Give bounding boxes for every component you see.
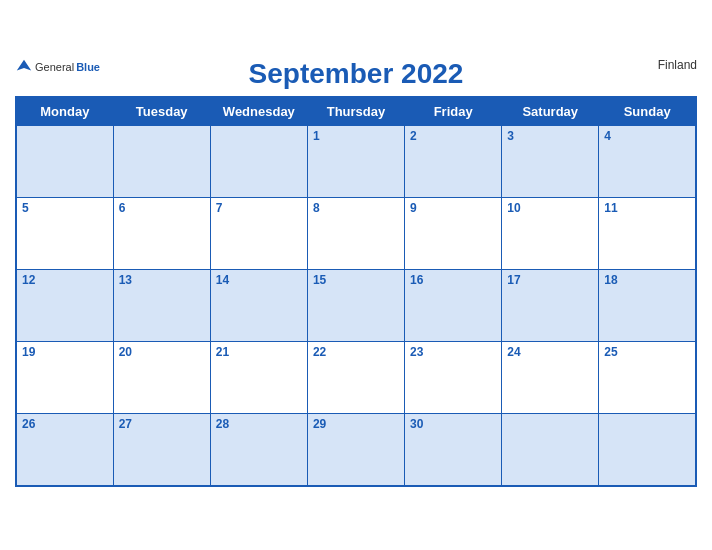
calendar-cell [16, 126, 113, 198]
calendar-cell [113, 126, 210, 198]
weekday-header-row: MondayTuesdayWednesdayThursdayFridaySatu… [16, 97, 696, 126]
weekday-header-thursday: Thursday [307, 97, 404, 126]
day-number: 10 [507, 201, 520, 215]
day-number: 28 [216, 417, 229, 431]
day-number: 2 [410, 129, 417, 143]
day-number: 3 [507, 129, 514, 143]
day-number: 17 [507, 273, 520, 287]
calendar-cell: 4 [599, 126, 696, 198]
week-row-3: 12131415161718 [16, 270, 696, 342]
calendar-cell: 15 [307, 270, 404, 342]
day-number: 8 [313, 201, 320, 215]
calendar-cell: 3 [502, 126, 599, 198]
week-row-2: 567891011 [16, 198, 696, 270]
calendar-cell: 13 [113, 270, 210, 342]
day-number: 23 [410, 345, 423, 359]
calendar-cell: 8 [307, 198, 404, 270]
calendar-cell: 24 [502, 342, 599, 414]
logo-blue-text: Blue [76, 61, 100, 73]
calendar-cell: 28 [210, 414, 307, 486]
calendar-cell: 22 [307, 342, 404, 414]
day-number: 27 [119, 417, 132, 431]
day-number: 26 [22, 417, 35, 431]
day-number: 21 [216, 345, 229, 359]
calendar-cell [210, 126, 307, 198]
week-row-4: 19202122232425 [16, 342, 696, 414]
calendar-cell: 2 [405, 126, 502, 198]
svg-marker-0 [17, 60, 31, 71]
calendar-cell: 30 [405, 414, 502, 486]
calendar-cell [502, 414, 599, 486]
day-number: 18 [604, 273, 617, 287]
calendar-cell: 25 [599, 342, 696, 414]
calendar-cell: 11 [599, 198, 696, 270]
calendar-cell: 7 [210, 198, 307, 270]
calendar-cell: 16 [405, 270, 502, 342]
day-number: 9 [410, 201, 417, 215]
calendar-body: 1234567891011121314151617181920212223242… [16, 126, 696, 486]
weekday-header-tuesday: Tuesday [113, 97, 210, 126]
logo-bird-icon [15, 58, 33, 76]
calendar-cell: 26 [16, 414, 113, 486]
calendar-cell: 19 [16, 342, 113, 414]
calendar-wrapper: General Blue September 2022 Finland Mond… [0, 48, 712, 502]
day-number: 16 [410, 273, 423, 287]
calendar-cell: 17 [502, 270, 599, 342]
calendar-cell: 14 [210, 270, 307, 342]
calendar-cell: 5 [16, 198, 113, 270]
weekday-header-monday: Monday [16, 97, 113, 126]
month-title: September 2022 [249, 58, 464, 90]
logo-text: General Blue [15, 58, 100, 76]
calendar-cell: 21 [210, 342, 307, 414]
weekday-header-saturday: Saturday [502, 97, 599, 126]
day-number: 30 [410, 417, 423, 431]
day-number: 13 [119, 273, 132, 287]
calendar-cell: 18 [599, 270, 696, 342]
calendar-cell: 12 [16, 270, 113, 342]
day-number: 29 [313, 417, 326, 431]
calendar-cell: 23 [405, 342, 502, 414]
day-number: 1 [313, 129, 320, 143]
calendar-cell [599, 414, 696, 486]
weekday-header-friday: Friday [405, 97, 502, 126]
day-number: 12 [22, 273, 35, 287]
day-number: 11 [604, 201, 617, 215]
calendar-cell: 1 [307, 126, 404, 198]
country-label: Finland [658, 58, 697, 72]
day-number: 24 [507, 345, 520, 359]
calendar-header: General Blue September 2022 Finland [15, 58, 697, 90]
day-number: 4 [604, 129, 611, 143]
calendar-cell: 20 [113, 342, 210, 414]
calendar-cell: 10 [502, 198, 599, 270]
week-row-5: 2627282930 [16, 414, 696, 486]
calendar-cell: 27 [113, 414, 210, 486]
day-number: 19 [22, 345, 35, 359]
day-number: 22 [313, 345, 326, 359]
day-number: 5 [22, 201, 29, 215]
day-number: 15 [313, 273, 326, 287]
day-number: 7 [216, 201, 223, 215]
calendar-table: MondayTuesdayWednesdayThursdayFridaySatu… [15, 96, 697, 487]
calendar-thead: MondayTuesdayWednesdayThursdayFridaySatu… [16, 97, 696, 126]
day-number: 14 [216, 273, 229, 287]
calendar-cell: 9 [405, 198, 502, 270]
day-number: 6 [119, 201, 126, 215]
day-number: 20 [119, 345, 132, 359]
calendar-cell: 6 [113, 198, 210, 270]
day-number: 25 [604, 345, 617, 359]
calendar-cell: 29 [307, 414, 404, 486]
logo-area: General Blue [15, 58, 100, 76]
weekday-header-wednesday: Wednesday [210, 97, 307, 126]
logo-general-text: General [35, 61, 74, 73]
weekday-header-sunday: Sunday [599, 97, 696, 126]
week-row-1: 1234 [16, 126, 696, 198]
